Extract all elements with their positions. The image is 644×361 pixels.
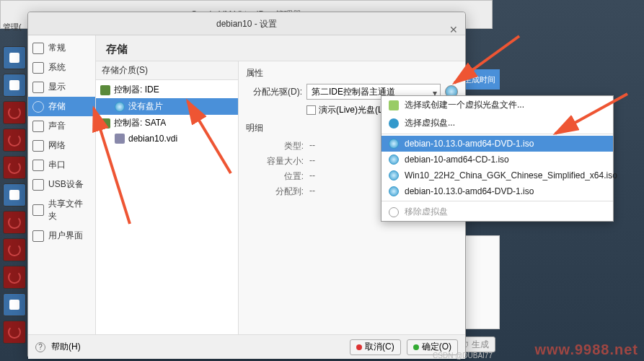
props-header: 属性 [246, 66, 458, 84]
settings-titlebar[interactable]: debian10 - 设置 ✕ [28, 12, 465, 35]
controller-icon [100, 85, 110, 95]
menu-choose-virtual[interactable]: 选择虚拟盘... [381, 114, 613, 132]
menu-choose-create[interactable]: 选择或创建一个虚拟光盘文件... [381, 96, 613, 114]
help-button[interactable]: 帮助(H) [51, 341, 81, 353]
choose-icon [389, 118, 399, 129]
launcher-icons [0, 36, 29, 348]
ui-icon [32, 230, 44, 242]
disc-icon [389, 170, 399, 180]
launcher-icon[interactable] [3, 238, 26, 261]
sidebar-item-usb[interactable]: USB设备 [28, 175, 95, 194]
live-cd-checkbox[interactable] [306, 105, 316, 115]
settings-title: debian10 - 设置 [216, 19, 277, 29]
launcher-icon[interactable] [3, 101, 26, 124]
tree-empty-disc[interactable]: 没有盘片 [96, 98, 238, 115]
hdd-icon [115, 134, 125, 144]
sidebar-item-ui[interactable]: 用户界面 [28, 226, 95, 245]
storage-tree-panel: 存储介质(S) 控制器: IDE 没有盘片 控制器: SATA debian10… [96, 61, 239, 334]
sidebar-item-audio[interactable]: 声音 [28, 116, 95, 136]
audio-icon [32, 121, 44, 132]
sidebar-item-shared[interactable]: 共享文件夹 [28, 194, 95, 226]
cancel-icon [356, 344, 362, 350]
launcher-icon[interactable] [3, 266, 26, 289]
close-icon[interactable]: ✕ [449, 18, 458, 41]
live-cd-label: 演示(Live)光盘(L) [319, 104, 386, 116]
storage-icon [32, 101, 44, 113]
general-icon [32, 43, 44, 54]
page-title: 存储 [96, 35, 465, 61]
tree-header: 存储介质(S) [96, 61, 238, 80]
network-icon [32, 140, 44, 152]
help-icon: ? [35, 342, 45, 352]
launcher-icon[interactable] [3, 293, 26, 316]
disc-icon [115, 102, 125, 112]
sidebar-item-serial[interactable]: 串口 [28, 155, 95, 175]
tree-controller-ide[interactable]: 控制器: IDE [96, 82, 238, 98]
sidebar-item-system[interactable]: 系统 [28, 58, 95, 77]
usb-icon [32, 179, 44, 191]
launcher-icon[interactable] [3, 211, 26, 234]
sidebar-item-general[interactable]: 常规 [28, 38, 95, 58]
launcher-icon[interactable] [3, 321, 26, 344]
remove-icon [389, 207, 399, 217]
sidebar-item-display[interactable]: 显示 [28, 77, 95, 97]
launcher-icon[interactable] [3, 129, 26, 152]
disc-menu: 选择或创建一个虚拟光盘文件... 选择虚拟盘... debian-10.13.0… [381, 95, 614, 222]
menu-iso-item[interactable]: debian-10.13.0-amd64-DVD-1.iso [381, 183, 613, 199]
cancel-button[interactable]: 取消(C) [350, 339, 401, 355]
add-icon [389, 100, 399, 110]
launcher-icon[interactable] [3, 74, 26, 97]
display-icon [32, 82, 44, 93]
sidebar-item-network[interactable]: 网络 [28, 136, 95, 155]
menu-remove-disc: 移除虚拟盘 [381, 203, 613, 221]
watermark: www.9988.net [534, 342, 638, 358]
launcher-icon[interactable] [3, 46, 26, 69]
menu-iso-item[interactable]: debian-10-amd64-CD-1.iso [381, 152, 613, 168]
menu-separator [381, 201, 613, 201]
drive-label: 分配光驱(D): [246, 86, 302, 98]
disc-icon [389, 155, 399, 165]
serial-icon [32, 160, 44, 171]
menu-separator [381, 134, 613, 134]
launcher-icon[interactable] [3, 156, 26, 179]
disc-icon [389, 186, 399, 196]
settings-sidebar: 常规 系统 显示 存储 声音 网络 串口 USB设备 共享文件夹 用户界面 [28, 35, 96, 334]
controller-icon [100, 118, 110, 129]
tree-controller-sata[interactable]: 控制器: SATA [96, 115, 238, 131]
disc-icon [389, 139, 399, 149]
folder-icon [32, 204, 44, 216]
csdn-watermark: CSDN @DUBAI77 [433, 352, 493, 360]
ok-icon [413, 344, 419, 350]
menu-iso-item[interactable]: debian-10.13.0-amd64-DVD-1.iso [381, 136, 613, 152]
system-icon [32, 62, 44, 74]
sidebar-item-storage[interactable]: 存储 [28, 97, 95, 116]
manager-menu[interactable]: 管理( [3, 22, 22, 32]
launcher-icon[interactable] [3, 183, 26, 206]
settings-footer: ? 帮助(H) 取消(C) 确定(O) [28, 334, 465, 359]
tree-vdi[interactable]: debian10.vdi [96, 131, 238, 146]
menu-iso-item[interactable]: Win10_22H2_China_GGK_Chinese_Simplified_… [381, 168, 613, 183]
